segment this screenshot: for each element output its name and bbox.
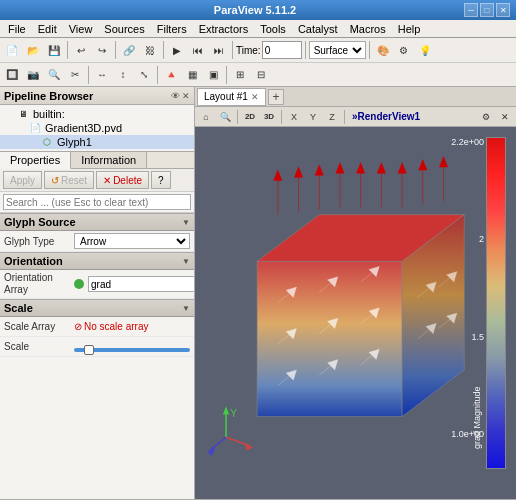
- reset-button[interactable]: ↺ Reset: [44, 171, 94, 189]
- layout-add-button[interactable]: +: [268, 89, 284, 105]
- scale-label: Scale: [4, 341, 74, 352]
- pipeline-tree: 🖥 builtin: 📄 Gradient3D.pvd ⬡ Glyph1: [0, 105, 194, 151]
- time-label: Time:: [236, 45, 261, 56]
- tree-label-builtin: builtin:: [33, 108, 65, 120]
- open-btn[interactable]: 📂: [23, 40, 43, 60]
- menu-sources[interactable]: Sources: [98, 22, 150, 36]
- new-btn[interactable]: 📄: [2, 40, 22, 60]
- tb2-btn5[interactable]: ↔: [92, 65, 112, 85]
- render-close-btn[interactable]: ✕: [496, 109, 514, 125]
- no-scale-icon: ⊘: [74, 321, 82, 332]
- color-btn[interactable]: 🎨: [373, 40, 393, 60]
- orientation-dot: [74, 279, 84, 289]
- representation-select[interactable]: Surface: [309, 41, 366, 59]
- scale-header[interactable]: Scale ▼: [0, 299, 194, 317]
- render-toolbar: ⌂ 🔍 2D 3D X Y Z »RenderView1 ⚙ ✕: [195, 107, 516, 127]
- disconnect-btn[interactable]: ⛓: [140, 40, 160, 60]
- connect-btn[interactable]: 🔗: [119, 40, 139, 60]
- tab-properties[interactable]: Properties: [0, 152, 71, 169]
- tb2-btn3[interactable]: 🔍: [44, 65, 64, 85]
- tb2-btn2[interactable]: 📷: [23, 65, 43, 85]
- pipeline-eye-icon[interactable]: 👁: [171, 91, 180, 101]
- tb2-btn7[interactable]: ⤡: [134, 65, 154, 85]
- undo-btn[interactable]: ↩: [71, 40, 91, 60]
- redo-btn[interactable]: ↪: [92, 40, 112, 60]
- menu-filters[interactable]: Filters: [151, 22, 193, 36]
- svg-text:Y: Y: [230, 408, 237, 419]
- glyph-source-header[interactable]: Glyph Source ▼: [0, 213, 194, 231]
- render-settings-btn[interactable]: ⚙: [477, 109, 495, 125]
- tb2-btn8[interactable]: 🔺: [161, 65, 181, 85]
- tab-information[interactable]: Information: [71, 152, 147, 168]
- time-input[interactable]: [262, 41, 302, 59]
- menu-edit[interactable]: Edit: [32, 22, 63, 36]
- sep3: [163, 41, 164, 59]
- prev-btn[interactable]: ⏮: [188, 40, 208, 60]
- scale-array-value: ⊘ No scale array: [74, 321, 190, 332]
- tb2-btn9[interactable]: ▦: [182, 65, 202, 85]
- menu-view[interactable]: View: [63, 22, 99, 36]
- tb2-btn1[interactable]: 🔲: [2, 65, 22, 85]
- tree-item-gradient3d[interactable]: 📄 Gradient3D.pvd: [0, 121, 194, 135]
- render-x-btn[interactable]: X: [285, 109, 303, 125]
- right-panel: Layout #1 ✕ + ⌂ 🔍 2D 3D X Y Z »RenderVie…: [195, 87, 516, 499]
- delete-label: Delete: [113, 175, 142, 186]
- render-sep2: [281, 110, 282, 124]
- render-y-btn[interactable]: Y: [304, 109, 322, 125]
- tree-item-builtin[interactable]: 🖥 builtin:: [0, 107, 194, 121]
- scale-slider-row: [74, 342, 190, 352]
- close-button[interactable]: ✕: [496, 3, 510, 17]
- play-btn[interactable]: ▶: [167, 40, 187, 60]
- maximize-button[interactable]: □: [480, 3, 494, 17]
- render-3d-btn[interactable]: 3D: [260, 109, 278, 125]
- apply-label: Apply: [10, 175, 35, 186]
- glyph-source-title: Glyph Source: [4, 216, 76, 228]
- tree-item-glyph1[interactable]: ⬡ Glyph1: [0, 135, 194, 149]
- tree-label-gradient3d: Gradient3D.pvd: [45, 122, 122, 134]
- menu-extractors[interactable]: Extractors: [193, 22, 255, 36]
- orientation-header[interactable]: Orientation ▼: [0, 252, 194, 270]
- menu-macros[interactable]: Macros: [344, 22, 392, 36]
- render-z-btn[interactable]: Z: [323, 109, 341, 125]
- light-btn[interactable]: 💡: [415, 40, 435, 60]
- toolbar-row1: 📄 📂 💾 ↩ ↪ 🔗 ⛓ ▶ ⏮ ⏭ Time: Surface 🎨 ⚙ 💡: [0, 38, 516, 62]
- orientation-arrow: ▼: [182, 257, 190, 266]
- layout-tab-close[interactable]: ✕: [251, 92, 259, 102]
- settings-btn[interactable]: ⚙: [394, 40, 414, 60]
- save-btn[interactable]: 💾: [44, 40, 64, 60]
- orientation-array-input[interactable]: [88, 276, 194, 292]
- menu-tools[interactable]: Tools: [254, 22, 292, 36]
- apply-button[interactable]: Apply: [3, 171, 42, 189]
- delete-button[interactable]: ✕ Delete: [96, 171, 149, 189]
- tb2-btn11[interactable]: ⊞: [230, 65, 250, 85]
- menu-file[interactable]: File: [2, 22, 32, 36]
- sep8: [157, 66, 158, 84]
- properties-panel: Properties Information Apply ↺ Reset ✕ D…: [0, 152, 194, 499]
- menu-catalyst[interactable]: Catalyst: [292, 22, 344, 36]
- search-input[interactable]: [3, 194, 191, 210]
- layout-tabs: Layout #1 ✕ +: [195, 87, 516, 107]
- render-zoom-btn[interactable]: 🔍: [216, 109, 234, 125]
- tb2-btn12[interactable]: ⊟: [251, 65, 271, 85]
- sep2: [115, 41, 116, 59]
- tb2-btn4[interactable]: ✂: [65, 65, 85, 85]
- reset-label: Reset: [61, 175, 87, 186]
- minimize-button[interactable]: ─: [464, 3, 478, 17]
- menu-help[interactable]: Help: [392, 22, 427, 36]
- render-2d-btn[interactable]: 2D: [241, 109, 259, 125]
- glyph-type-select[interactable]: Arrow: [74, 233, 190, 249]
- tb2-btn10[interactable]: ▣: [203, 65, 223, 85]
- help-button[interactable]: ?: [151, 171, 171, 189]
- render-reset-btn[interactable]: ⌂: [197, 109, 215, 125]
- tb2-btn6[interactable]: ↕: [113, 65, 133, 85]
- window-controls[interactable]: ─ □ ✕: [464, 3, 510, 17]
- next-btn[interactable]: ⏭: [209, 40, 229, 60]
- pipeline-header: Pipeline Browser 👁 ✕: [0, 87, 194, 105]
- render-area[interactable]: Y 2.2e+00 2 1.5 1.0e+00: [195, 127, 516, 499]
- scale-slider-track[interactable]: [74, 348, 190, 352]
- svg-marker-1: [257, 261, 402, 416]
- pipeline-close-icon[interactable]: ✕: [182, 91, 190, 101]
- layout-tab-1[interactable]: Layout #1 ✕: [197, 88, 266, 106]
- left-panel: Pipeline Browser 👁 ✕ 🖥 builtin: 📄 Gradie…: [0, 87, 195, 499]
- scale-slider-thumb[interactable]: [84, 345, 94, 355]
